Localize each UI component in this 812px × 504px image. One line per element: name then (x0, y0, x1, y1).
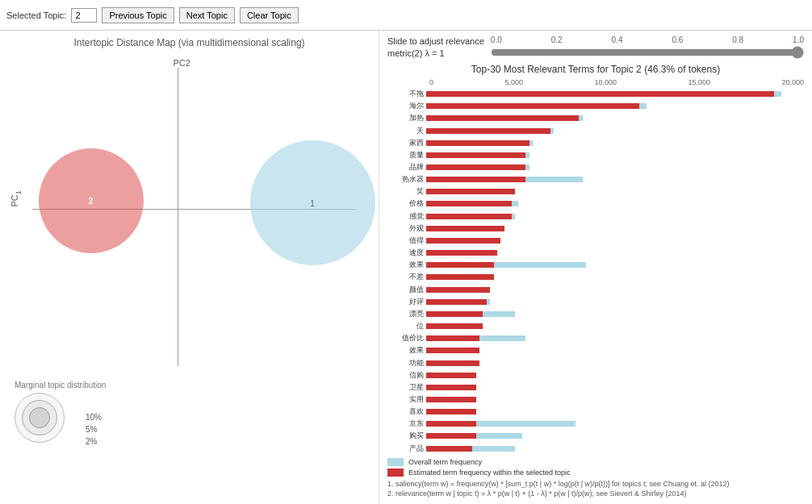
bar-red-22 (426, 360, 479, 366)
bar-label-4: 家西 (387, 138, 424, 148)
chart-legend: Overall term frequency Estimated term fr… (387, 458, 804, 477)
bar-red-19 (426, 323, 483, 329)
bar-row-19 (426, 321, 804, 331)
bar-label-5: 质量 (387, 150, 424, 160)
bar-label-3: 天 (387, 126, 424, 136)
bar-label-27: 京东 (387, 419, 424, 429)
slider-label: Slide to adjust relevance metric(2) λ = … (387, 35, 484, 59)
bar-row-9 (426, 198, 804, 209)
bar-row-21 (426, 345, 804, 356)
bubble-2-label: 2 (89, 197, 94, 206)
legend-item-5pct: 5% (86, 425, 102, 434)
pc1-label: PC1 (10, 190, 22, 206)
bar-row-18 (426, 309, 804, 319)
bar-red-0 (426, 91, 774, 97)
bar-label-16: 颜值 (387, 285, 424, 295)
bar-row-1 (426, 101, 804, 111)
bar-red-21 (426, 348, 479, 353)
bar-label-15: 不差 (387, 272, 424, 282)
bar-red-16 (426, 287, 490, 293)
slider-area: Slide to adjust relevance metric(2) λ = … (387, 35, 804, 59)
bar-label-9: 价格 (387, 198, 424, 209)
bar-row-7 (426, 174, 804, 185)
topic-input[interactable] (71, 8, 97, 23)
bar-red-17 (426, 299, 487, 305)
bar-label-6: 品牌 (387, 162, 424, 173)
prev-topic-button[interactable]: Previous Topic (102, 7, 174, 23)
bar-row-3 (426, 126, 804, 136)
bar-red-15 (426, 274, 494, 280)
legend-blue-label: Overall term frequency (408, 458, 482, 466)
footnotes: 1. saliency(term w) = frequency(w) * [su… (387, 479, 804, 499)
legend-swatch-red (387, 469, 404, 477)
bar-red-27 (426, 421, 476, 427)
bar-label-22: 功能 (387, 358, 424, 369)
bar-red-26 (426, 409, 476, 414)
bar-row-10 (426, 211, 804, 222)
bar-row-13 (426, 248, 804, 258)
next-topic-button[interactable]: Next Topic (179, 7, 235, 23)
bar-row-5 (426, 150, 804, 160)
bar-label-19: 位 (387, 321, 424, 331)
bar-red-28 (426, 433, 476, 439)
bar-red-20 (426, 335, 479, 341)
bars-wrapper (426, 88, 804, 455)
legend-item-10pct: 2% (86, 437, 102, 446)
bar-label-14: 效果 (387, 260, 424, 270)
bar-label-20: 值价比 (387, 333, 424, 344)
clear-topic-button[interactable]: Clear Topic (240, 7, 299, 23)
bar-row-23 (426, 370, 804, 381)
bar-label-28: 购买 (387, 431, 424, 441)
bar-row-6 (426, 162, 804, 173)
bar-row-11 (426, 223, 804, 234)
bar-red-10 (426, 214, 512, 219)
bar-row-28 (426, 431, 804, 441)
slider-track: 0.0 0.2 0.4 0.6 0.8 1.0 (491, 35, 804, 59)
bar-label-11: 外观 (387, 223, 424, 234)
bar-label-29: 产品 (387, 444, 424, 454)
bar-row-2 (426, 113, 804, 123)
bar-row-29 (426, 444, 804, 454)
legend-red-label: Estimated term frequency within the sele… (408, 469, 571, 477)
footnote-2: 2. relevance(term w | topic t) = λ * p(w… (387, 489, 804, 499)
bar-label-13: 速度 (387, 248, 424, 258)
x-axis-labels: 0 5,000 10,000 15,000 20,000 (429, 78, 804, 86)
bar-row-22 (426, 358, 804, 369)
bar-red-25 (426, 397, 476, 402)
topic-2-bubble[interactable]: 2 (39, 148, 144, 253)
bar-row-4 (426, 138, 804, 148)
legend-swatch-blue (387, 458, 404, 466)
bar-label-0: 不拖 (387, 89, 424, 99)
legend-row-red: Estimated term frequency within the sele… (387, 469, 804, 477)
bar-row-25 (426, 394, 804, 405)
left-panel: Intertopic Distance Map (via multidimens… (0, 31, 379, 504)
bar-row-17 (426, 297, 804, 307)
bar-row-24 (426, 382, 804, 393)
bar-label-21: 效果 (387, 345, 424, 356)
bar-row-26 (426, 406, 804, 417)
bar-label-24: 卫星 (387, 382, 424, 393)
bar-red-11 (426, 226, 504, 231)
scatter-area: PC2 PC1 2 1 (16, 52, 363, 374)
marginal-title: Marginal topic distribution (15, 381, 372, 389)
bar-row-27 (426, 419, 804, 429)
bar-red-24 (426, 385, 476, 390)
left-panel-title: Intertopic Distance Map (via multidimens… (73, 37, 304, 48)
relevance-slider[interactable] (491, 46, 804, 59)
bar-row-15 (426, 272, 804, 282)
bar-label-25: 实用 (387, 394, 424, 405)
bar-red-5 (426, 152, 525, 158)
bar-label-12: 值得 (387, 235, 424, 246)
bar-label-7: 热水器 (387, 174, 424, 185)
bar-red-18 (426, 311, 483, 317)
legend-row-blue: Overall term frequency (387, 458, 804, 466)
selected-topic-label: Selected Topic: (6, 10, 66, 20)
bar-row-14 (426, 260, 804, 270)
topic-1-bubble[interactable]: 1 (250, 140, 375, 265)
bar-red-3 (426, 128, 550, 134)
bar-row-16 (426, 285, 804, 295)
pc2-label: PC2 (174, 58, 190, 68)
bar-label-23: 信购 (387, 370, 424, 381)
bar-term-labels: 不拖海尔加热天家西质量品牌热水器笑价格感觉外观值得速度效果不差颜值好评漂亮位值价… (387, 88, 426, 455)
marginal-section: Marginal topic distribution 10% 5% (6, 381, 372, 449)
